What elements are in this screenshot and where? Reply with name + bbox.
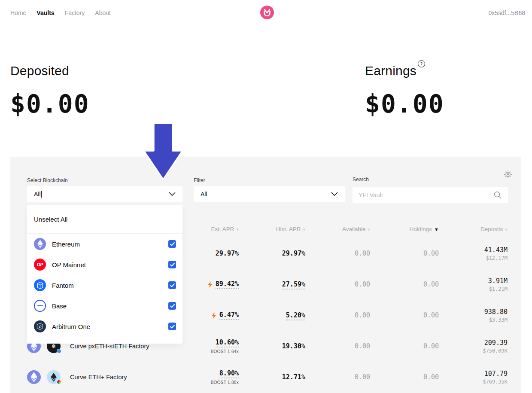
chain-option-fantom[interactable]: Fantom	[27, 275, 182, 296]
header-holdings[interactable]: Holdings▼	[370, 226, 439, 232]
chain-option-ethereum[interactable]: Ethereum	[27, 234, 182, 254]
nav-about[interactable]: About	[95, 9, 111, 16]
earnings-value: $0.00	[365, 89, 444, 119]
boost-label: BOOST 1.64x	[183, 349, 239, 354]
blockchain-select-value: All	[34, 191, 41, 198]
unselect-all-option[interactable]: Unselect All	[27, 205, 182, 234]
nav-vaults[interactable]: Vaults	[36, 9, 54, 16]
header-est-apr[interactable]: Est. APR▾	[183, 226, 239, 232]
vault-name: Curve ETH+ Factory	[70, 374, 127, 381]
fantom-icon	[34, 279, 46, 291]
search-input[interactable]	[359, 192, 493, 198]
top-nav: Home Vaults Factory About 0x5sdf...5B68	[0, 0, 532, 25]
chain-checkbox[interactable]	[168, 302, 176, 310]
search-label: Search	[353, 177, 369, 183]
token-sub-badge-icon	[57, 380, 61, 384]
vault-name: Curve pxETH-stETH Factory	[70, 343, 149, 350]
boost-label: BOOST 1.80x	[183, 380, 239, 385]
earnings-stat: Earnings? $0.00	[365, 64, 444, 119]
token-sub-badge-icon	[57, 349, 61, 353]
search-icon	[493, 191, 502, 199]
nav-factory[interactable]: Factory	[65, 9, 85, 16]
chevron-down-icon	[331, 192, 338, 196]
eth-plus-token-icon	[47, 370, 61, 384]
tutorial-arrow-down-icon	[142, 122, 184, 183]
chain-checkbox[interactable]	[168, 240, 176, 248]
text-cursor	[41, 191, 42, 198]
sort-caret-active-icon: ▼	[434, 227, 439, 232]
ethereum-chain-icon	[27, 370, 41, 384]
arbitrum-icon	[34, 320, 46, 332]
chain-checkbox[interactable]	[168, 261, 176, 268]
filter-select[interactable]: All	[194, 186, 345, 202]
table-row[interactable]: Curve ETH+ Factory 8.90%BOOST 1.80x 12.7…	[27, 362, 508, 393]
chain-option-op-mainnet[interactable]: OP OP Mainnet	[27, 254, 182, 275]
select-blockchain-label: Select Blockchain	[27, 177, 68, 183]
boost-bolt-icon	[208, 281, 213, 288]
chain-checkbox[interactable]	[168, 323, 176, 330]
boost-bolt-icon	[212, 312, 216, 319]
ethereum-icon	[34, 238, 46, 250]
filter-select-value: All	[201, 191, 207, 198]
header-available[interactable]: Available▾	[305, 226, 370, 232]
blockchain-dropdown: Unselect All Ethereum OP OP Mainnet	[27, 205, 182, 344]
wallet-address[interactable]: 0x5sdf...5B68	[488, 9, 525, 16]
help-icon[interactable]: ?	[418, 60, 425, 67]
earnings-label: Earnings?	[365, 64, 444, 78]
chain-option-arbitrum-one[interactable]: Arbitrum One	[27, 316, 182, 337]
chain-checkbox[interactable]	[168, 281, 176, 289]
base-icon	[34, 300, 46, 312]
chain-option-base[interactable]: Base	[27, 296, 182, 316]
nav-home[interactable]: Home	[10, 9, 26, 16]
blockchain-select[interactable]: All	[27, 186, 182, 202]
deposited-value: $0.00	[10, 89, 90, 119]
header-deposits[interactable]: Deposits▾	[439, 226, 508, 232]
sort-caret-icon: ▾	[505, 227, 508, 232]
vaults-panel: Select Blockchain All Filter All Search …	[10, 157, 521, 393]
chevron-down-icon	[169, 192, 176, 196]
settings-gear-icon[interactable]	[504, 170, 512, 179]
deposited-stat: Deposited $0.00	[10, 64, 90, 119]
search-field	[353, 187, 508, 203]
filter-label: Filter	[194, 177, 205, 183]
yearn-logo-icon[interactable]	[260, 6, 274, 19]
header-hist-apr[interactable]: Hist. APR▾	[239, 226, 305, 232]
deposited-label: Deposited	[10, 64, 90, 78]
optimism-icon: OP	[34, 259, 46, 271]
